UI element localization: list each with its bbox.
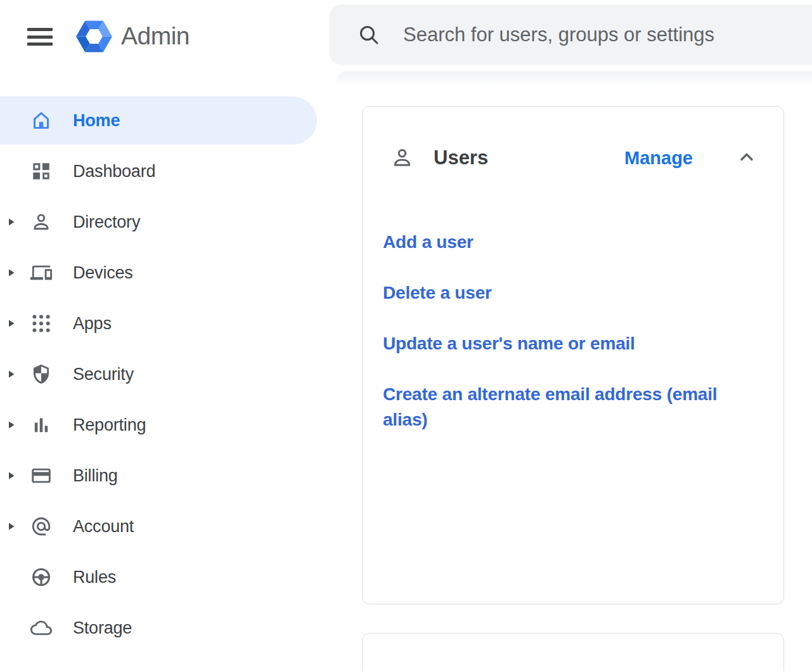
quick-link[interactable]: Delete a user [383,280,763,306]
sidebar-item-label: Security [73,365,134,384]
dashboard-icon [30,160,52,182]
sidebar-item-storage[interactable]: Storage [0,603,330,653]
expand-arrow-icon[interactable] [8,268,15,278]
sidebar-navigation: HomeDashboardDirectoryDevicesAppsSecurit… [0,95,330,653]
expand-arrow-icon[interactable] [8,471,15,481]
sidebar-item-label: Directory [73,212,140,232]
chevron-up-icon [737,147,757,167]
sidebar-item-label: Billing [73,466,118,486]
sidebar-item-label: Dashboard [73,162,155,181]
sidebar-item-devices[interactable]: Devices [0,247,330,298]
quick-link[interactable]: Create an alternate email address (email… [383,382,763,433]
users-quick-links: Add a userDelete a userUpdate a user's n… [383,230,763,458]
collapse-card-button[interactable] [737,147,757,167]
top-bar: Admin [0,0,812,71]
quick-link[interactable]: Add a user [383,230,763,255]
cloud-icon [30,617,52,639]
at-sign-icon [30,516,52,537]
search-bar[interactable] [330,4,812,65]
person-icon [30,211,52,233]
sidebar-item-label: Home [73,111,120,131]
expand-arrow-icon[interactable] [8,369,15,379]
sidebar-item-security[interactable]: Security [0,349,330,400]
sidebar-item-label: Storage [73,618,132,638]
sidebar-item-apps[interactable]: Apps [0,298,330,349]
expand-arrow-icon[interactable] [8,318,15,329]
sidebar-item-account[interactable]: Account [0,501,330,552]
expand-arrow-icon[interactable] [8,217,15,227]
shield-icon [30,363,52,385]
search-icon [358,23,380,46]
hamburger-menu-button[interactable] [27,28,53,46]
sidebar-item-label: Devices [73,263,133,283]
app-title: Admin [121,22,190,51]
person-icon [390,146,414,169]
manage-link[interactable]: Manage [624,145,693,171]
sidebar-item-label: Account [73,517,134,537]
expand-arrow-icon[interactable] [8,420,15,430]
expand-arrow-icon[interactable] [8,521,15,531]
users-card-title: Users [434,145,488,171]
content-scroll-fade [337,71,812,89]
sidebar-item-dashboard[interactable]: Dashboard [0,146,330,197]
sidebar-item-billing[interactable]: Billing [0,450,330,501]
apps-grid-icon [30,313,52,334]
quick-link[interactable]: Update a user's name or email [383,331,763,356]
sidebar-item-home[interactable]: Home [0,95,330,146]
steering-wheel-icon [30,566,52,588]
sidebar-item-reporting[interactable]: Reporting [0,400,330,450]
users-card: Users Manage Add a userDelete a userUpda… [362,106,784,604]
sidebar-item-rules[interactable]: Rules [0,552,330,603]
admin-logo-icon [75,18,113,55]
sidebar-item-label: Rules [73,568,116,587]
sidebar-item-label: Reporting [73,415,146,435]
next-card-partial [362,633,784,671]
bar-chart-icon [30,414,52,436]
sidebar-item-label: Apps [73,314,112,334]
devices-icon [30,262,52,283]
home-icon [30,110,52,131]
credit-card-icon [30,465,52,486]
sidebar-item-directory[interactable]: Directory [0,197,330,247]
search-input[interactable] [403,23,783,46]
